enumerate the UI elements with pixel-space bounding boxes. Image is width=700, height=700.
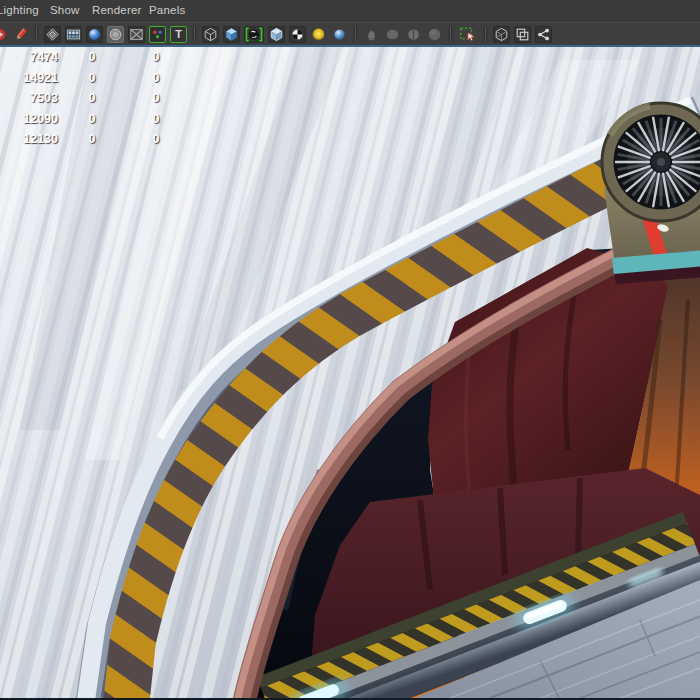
hud-value: 12090 (0, 111, 58, 127)
ambient-light-icon[interactable] (363, 26, 380, 43)
node-link-icon[interactable] (535, 26, 552, 43)
text-icon[interactable]: T (170, 26, 187, 43)
yellow-light-icon[interactable] (310, 26, 327, 43)
menu-panels[interactable]: Panels (149, 4, 185, 16)
hud-value: 7503 (0, 90, 58, 106)
hud-value: 0 (84, 49, 100, 65)
textured-mode-icon[interactable] (244, 26, 264, 43)
viewport-render (0, 45, 700, 700)
multi-pane-icon[interactable] (514, 26, 531, 43)
isolate-select-icon[interactable] (458, 26, 478, 43)
3d-viewport[interactable]: 747400 1492100 750300 1209000 1213000 (0, 45, 700, 700)
panel-toolbar: T (0, 22, 700, 45)
glass-cube-icon[interactable] (268, 26, 285, 43)
volume-light-icon[interactable] (426, 26, 443, 43)
blue-light-icon[interactable] (331, 26, 348, 43)
hud-value: 0 (148, 70, 164, 86)
menu-renderer[interactable]: Renderer (92, 4, 142, 16)
panel-highlight-border (0, 45, 700, 47)
checker-sphere-icon[interactable] (289, 26, 306, 43)
wireframe-cube-icon[interactable] (202, 26, 219, 43)
hud-value: 12130 (0, 131, 58, 147)
hud-value: 0 (84, 131, 100, 147)
rgb-channels-icon[interactable] (149, 26, 166, 43)
turbine-engine (601, 102, 700, 284)
hud-value: 7474 (0, 49, 58, 65)
point-light-icon[interactable] (384, 26, 401, 43)
film-gate-icon[interactable] (44, 26, 61, 43)
hud-value: 0 (148, 90, 164, 106)
shaded-sphere-icon[interactable] (86, 26, 103, 43)
maya-panel: Lighting Show Renderer Panels (0, 0, 700, 700)
toolbar-separator (483, 27, 488, 42)
split-sphere-light-icon[interactable] (405, 26, 422, 43)
hud-value: 0 (148, 131, 164, 147)
gate-mask-icon[interactable] (107, 26, 124, 43)
hud-value: 0 (148, 111, 164, 127)
grease-pencil-icon[interactable] (12, 26, 29, 43)
text-icon-glyph: T (175, 29, 182, 40)
menu-lighting[interactable]: Lighting (0, 4, 39, 16)
plus-badge-icon[interactable] (0, 26, 8, 43)
menu-show[interactable]: Show (50, 4, 80, 16)
panel-menu-bar: Lighting Show Renderer Panels (0, 0, 700, 22)
hud-value: 0 (84, 111, 100, 127)
toolbar-separator (192, 27, 197, 42)
hud-value: 0 (84, 70, 100, 86)
field-chart-icon[interactable] (128, 26, 145, 43)
toolbar-separator (448, 27, 453, 42)
hud-value: 0 (84, 90, 100, 106)
resolution-gate-icon[interactable] (65, 26, 82, 43)
hud-value: 0 (148, 49, 164, 65)
shaded-cube-icon[interactable] (223, 26, 240, 43)
hud-value: 14921 (0, 70, 58, 86)
toolbar-separator (353, 27, 358, 42)
xray-cube-icon[interactable] (493, 26, 510, 43)
toolbar-separator (34, 27, 39, 42)
